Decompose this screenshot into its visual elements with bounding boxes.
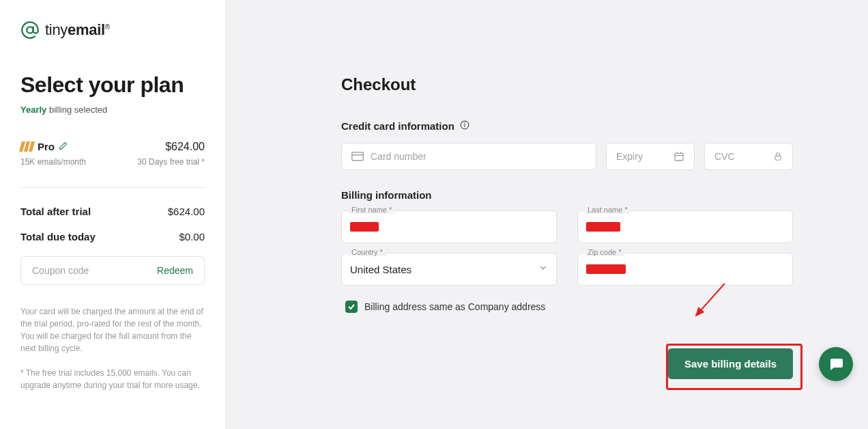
expiry-input[interactable] <box>616 151 674 162</box>
cvc-field[interactable] <box>704 143 793 170</box>
redeem-button[interactable]: Redeem <box>157 265 193 276</box>
total-after-trial-row: Total after trial $624.00 <box>20 206 205 217</box>
plan-name: Pro <box>20 141 68 152</box>
total-due-today-row: Total due today $0.00 <box>20 231 205 243</box>
info-icon[interactable] <box>460 120 469 132</box>
checkout-title: Checkout <box>341 75 793 94</box>
same-address-row[interactable]: Billing address same as Company address <box>341 301 793 313</box>
svg-point-0 <box>27 27 33 33</box>
billing-section-title: Billing information <box>341 189 793 201</box>
country-value: United States <box>350 264 411 275</box>
checkout-panel: Checkout Credit card information <box>218 0 868 429</box>
svg-rect-10 <box>775 156 781 160</box>
coupon-input[interactable] <box>32 265 157 276</box>
billing-cycle-note: Yearly billing selected <box>20 105 205 115</box>
zip-field[interactable]: Zip code * <box>577 253 793 286</box>
plan-subinfo: 15K emails/month 30 Days free trial * <box>20 157 205 167</box>
chevron-down-icon <box>538 263 548 275</box>
plan-tier-icon <box>19 141 35 152</box>
edit-plan-icon[interactable] <box>59 141 68 152</box>
calendar-icon <box>674 151 684 162</box>
cc-input-row <box>341 143 793 170</box>
first-name-label: First name * <box>349 206 394 214</box>
country-field[interactable]: Country * United States <box>341 253 557 286</box>
billing-form-grid: First name * Last name * Country * Unite… <box>341 210 793 286</box>
svg-rect-6 <box>675 153 683 161</box>
first-name-field[interactable]: First name * <box>341 210 557 243</box>
page-title: Select your plan <box>20 72 205 98</box>
last-name-value-redacted <box>586 222 620 232</box>
divider <box>20 187 205 188</box>
card-number-input[interactable] <box>371 151 586 162</box>
brand-logo: tinyemail® <box>20 20 205 40</box>
brand-text: tinyemail® <box>45 21 110 39</box>
card-icon <box>351 152 364 161</box>
card-number-field[interactable] <box>341 143 596 170</box>
zip-value-redacted <box>586 264 626 274</box>
trial-note: * The free trial includes 15,000 emails.… <box>20 367 205 391</box>
sidebar: tinyemail® Select your plan Yearly billi… <box>0 0 225 429</box>
cvc-input[interactable] <box>714 151 773 162</box>
svg-point-3 <box>465 123 465 124</box>
save-button-wrap: Save billing details <box>341 348 793 379</box>
last-name-label: Last name * <box>585 206 631 214</box>
plan-row: Pro $624.00 <box>20 141 205 153</box>
expiry-field[interactable] <box>606 143 695 170</box>
checkbox-checked-icon[interactable] <box>345 301 358 313</box>
lock-icon <box>773 151 783 162</box>
zip-label: Zip code * <box>585 248 624 256</box>
last-name-field[interactable]: Last name * <box>577 210 793 243</box>
annotation-highlight-box <box>666 344 802 390</box>
svg-rect-4 <box>352 152 364 161</box>
first-name-value-redacted <box>350 222 379 232</box>
plan-price: $624.00 <box>165 141 205 153</box>
charge-note: Your card will be charged the amount at … <box>20 305 205 355</box>
country-label: Country * <box>349 248 386 256</box>
cc-section-title: Credit card information <box>341 120 793 132</box>
coupon-field[interactable]: Redeem <box>20 256 205 285</box>
chat-launcher-button[interactable] <box>819 347 853 381</box>
same-address-label: Billing address same as Company address <box>364 301 545 312</box>
brand-at-icon <box>20 20 40 40</box>
